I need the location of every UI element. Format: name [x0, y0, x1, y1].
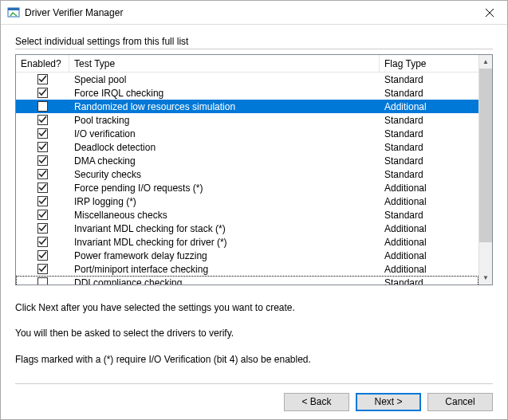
table-row[interactable]: I/O verificationStandard [16, 127, 478, 140]
app-icon [7, 6, 20, 19]
row-test-type: Force IRQL checking [69, 88, 380, 99]
instruction-line-3: Flags marked with a (*) require I/O Veri… [15, 351, 493, 367]
instruction-line-2: You will then be asked to select the dri… [15, 325, 493, 341]
row-flag-type: Standard [380, 88, 478, 99]
row-test-type: Special pool [69, 74, 380, 85]
row-flag-type: Additional [380, 250, 478, 261]
row-checkbox-cell [16, 128, 69, 139]
row-checkbox[interactable] [37, 88, 48, 98]
group-label: Select individual settings from this ful… [15, 36, 493, 47]
table-row[interactable]: Miscellaneous checksStandard [16, 208, 478, 222]
table-row[interactable]: Power framework delay fuzzingAdditional [16, 249, 478, 262]
row-checkbox-cell [16, 237, 69, 247]
row-checkbox[interactable] [37, 169, 48, 179]
instructions: Click Next after you have selected the s… [15, 300, 493, 377]
table-row[interactable]: Invariant MDL checking for stack (*)Addi… [16, 222, 478, 235]
row-flag-type: Additional [380, 264, 478, 275]
table-row[interactable]: Invariant MDL checking for driver (*)Add… [16, 235, 478, 249]
row-test-type: Power framework delay fuzzing [69, 250, 380, 261]
chevron-down-icon: ▼ [482, 274, 489, 281]
row-checkbox[interactable] [37, 74, 48, 84]
window: Driver Verifier Manager Select individua… [0, 0, 508, 420]
column-header-flagtype[interactable]: Flag Type [380, 55, 478, 72]
table-row[interactable]: Force pending I/O requests (*)Additional [16, 181, 478, 194]
row-checkbox-cell [16, 183, 69, 193]
instruction-line-1: Click Next after you have selected the s… [15, 300, 493, 316]
column-header-enabled[interactable]: Enabled? [16, 55, 69, 72]
row-checkbox[interactable] [37, 223, 48, 234]
row-checkbox[interactable] [37, 101, 48, 112]
column-header-testtype[interactable]: Test Type [69, 55, 380, 72]
row-test-type: Port/miniport interface checking [69, 264, 380, 275]
row-checkbox[interactable] [37, 264, 48, 274]
table-row[interactable]: DMA checkingStandard [16, 154, 478, 167]
row-flag-type: Standard [380, 169, 478, 180]
row-checkbox-cell [16, 88, 69, 98]
row-checkbox[interactable] [37, 155, 48, 166]
row-test-type: I/O verification [69, 128, 380, 139]
row-checkbox[interactable] [37, 210, 48, 220]
row-checkbox[interactable] [37, 250, 48, 261]
table-row[interactable]: Force IRQL checkingStandard [16, 86, 478, 100]
row-checkbox-cell [16, 250, 69, 261]
table-row[interactable]: Deadlock detectionStandard [16, 140, 478, 154]
row-checkbox-cell [16, 169, 69, 179]
row-test-type: Randomized low resources simulation [69, 101, 380, 112]
row-test-type: Miscellaneous checks [69, 210, 380, 221]
row-test-type: Invariant MDL checking for driver (*) [69, 237, 380, 248]
list-header: Enabled? Test Type Flag Type [16, 55, 478, 73]
row-test-type: Force pending I/O requests (*) [69, 183, 380, 194]
row-test-type: Security checks [69, 169, 380, 180]
scrollbar[interactable]: ▲ ▼ [478, 55, 492, 285]
row-checkbox[interactable] [37, 237, 48, 247]
row-checkbox[interactable] [37, 115, 48, 125]
row-flag-type: Standard [380, 128, 478, 139]
row-checkbox[interactable] [37, 196, 48, 206]
titlebar: Driver Verifier Manager [1, 1, 507, 25]
row-flag-type: Additional [380, 223, 478, 234]
row-flag-type: Additional [380, 101, 478, 112]
row-test-type: Pool tracking [69, 115, 380, 126]
scroll-thumb[interactable] [479, 69, 492, 242]
scroll-down-button[interactable]: ▼ [479, 271, 492, 285]
table-row[interactable]: Port/miniport interface checkingAddition… [16, 262, 478, 276]
close-button[interactable] [471, 1, 507, 24]
table-row[interactable]: DDI compliance checkingStandard [16, 276, 478, 285]
scroll-up-button[interactable]: ▲ [479, 55, 492, 69]
row-checkbox-cell [16, 264, 69, 274]
row-flag-type: Standard [380, 74, 478, 85]
row-checkbox-cell [16, 115, 69, 125]
table-row[interactable]: Randomized low resources simulationAddit… [16, 100, 478, 113]
row-checkbox-cell [16, 155, 69, 166]
table-row[interactable]: Pool trackingStandard [16, 113, 478, 127]
dialog-body: Select individual settings from this ful… [1, 25, 507, 383]
row-flag-type: Standard [380, 155, 478, 167]
next-button[interactable]: Next > [356, 393, 421, 411]
row-checkbox-cell [16, 74, 69, 84]
close-icon [486, 9, 494, 17]
row-checkbox-cell [16, 277, 69, 285]
row-checkbox-cell [16, 142, 69, 152]
settings-list[interactable]: Enabled? Test Type Flag Type Special poo… [15, 54, 493, 285]
cancel-button[interactable]: Cancel [427, 393, 493, 411]
row-checkbox[interactable] [37, 142, 48, 152]
back-button[interactable]: < Back [284, 393, 349, 411]
table-row[interactable]: IRP logging (*)Additional [16, 194, 478, 208]
row-flag-type: Additional [380, 196, 478, 207]
row-checkbox-cell [16, 210, 69, 220]
group-divider [15, 49, 493, 49]
row-checkbox-cell [16, 196, 69, 206]
table-row[interactable]: Special poolStandard [16, 73, 478, 86]
row-flag-type: Standard [380, 210, 478, 221]
chevron-up-icon: ▲ [482, 58, 489, 65]
row-checkbox-cell [16, 101, 69, 112]
row-test-type: Deadlock detection [69, 142, 380, 153]
footer: < Back Next > Cancel [1, 384, 507, 419]
row-checkbox[interactable] [37, 277, 48, 285]
row-checkbox[interactable] [37, 128, 48, 139]
scroll-track[interactable] [479, 69, 492, 271]
table-row[interactable]: Security checksStandard [16, 167, 478, 181]
row-test-type: IRP logging (*) [69, 196, 380, 207]
row-checkbox[interactable] [37, 183, 48, 193]
row-flag-type: Additional [380, 237, 478, 248]
